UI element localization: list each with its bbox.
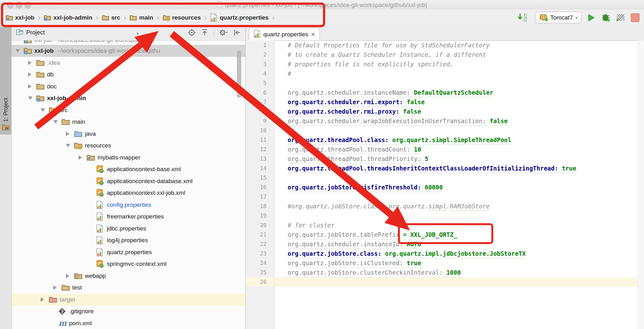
tree-item-target[interactable]: target bbox=[12, 294, 245, 306]
chevron-down-icon[interactable] bbox=[53, 120, 58, 124]
locate-icon[interactable] bbox=[188, 28, 196, 38]
window-close-icon[interactable] bbox=[7, 2, 14, 9]
gutter-line-20[interactable]: 20 bbox=[246, 220, 274, 230]
chevron-down-icon[interactable] bbox=[41, 108, 45, 112]
code-line-5[interactable] bbox=[274, 78, 638, 88]
tree-item-java[interactable]: java bbox=[12, 128, 245, 140]
gutter-line-1[interactable]: 1 bbox=[246, 40, 274, 50]
code-line-22[interactable]: org.quartz.scheduler.instanceId: AUTO bbox=[274, 239, 638, 249]
code-line-12[interactable]: org.quartz.threadPool.threadCount: 10 bbox=[274, 145, 638, 154]
tree-item-pom.xml[interactable]: mpom.xml bbox=[12, 317, 245, 329]
code-line-15[interactable] bbox=[274, 173, 638, 182]
tree-item-db[interactable]: db bbox=[12, 69, 245, 81]
editor-tab-quartz-properties[interactable]: quartz.properties × bbox=[249, 28, 320, 40]
gutter-line-9[interactable]: 9 bbox=[246, 116, 274, 126]
code-line-16[interactable]: org.quartz.jobStore.misfireThreshold: 60… bbox=[274, 182, 638, 192]
run-config-select[interactable]: Tomcat7 ▾ bbox=[535, 12, 582, 24]
editor-scrollbar[interactable] bbox=[638, 40, 644, 329]
close-icon[interactable]: × bbox=[311, 31, 315, 38]
tree-item-.idea[interactable]: .idea bbox=[12, 57, 245, 69]
tree-item-applicationcontext-database.xml[interactable]: <>applicationcontext-database.xml bbox=[12, 175, 245, 187]
chevron-right-icon[interactable] bbox=[28, 61, 32, 65]
code-line-25[interactable]: org.quartz.jobStore.clusterCheckinInterv… bbox=[274, 268, 638, 277]
code-line-26[interactable] bbox=[274, 277, 638, 287]
run-icon[interactable] bbox=[587, 13, 595, 22]
gutter-line-10[interactable]: 10 bbox=[246, 126, 274, 135]
window-zoom-icon[interactable] bbox=[25, 2, 31, 9]
tree-item-mybatis-mapper[interactable]: mybatis-mapper bbox=[12, 152, 245, 164]
code-line-4[interactable]: # bbox=[274, 69, 638, 78]
code-line-24[interactable]: org.quartz.jobStore.isClustered: true bbox=[274, 258, 638, 268]
code-line-11[interactable]: org.quartz.threadPool.class: org.quartz.… bbox=[274, 135, 638, 145]
coverage-icon[interactable] bbox=[616, 13, 625, 22]
window-minimize-icon[interactable] bbox=[16, 2, 22, 9]
debug-icon[interactable] bbox=[601, 13, 611, 22]
tree-item-applicationcontext-xxl-job.xml[interactable]: <>applicationcontext-xxl-job.xml bbox=[12, 187, 245, 199]
gutter-line-19[interactable]: 19 bbox=[246, 211, 274, 220]
code-line-2[interactable]: # to create a Quartz Scheduler Instance,… bbox=[274, 50, 638, 59]
code-line-23[interactable]: org.quartz.jobStore.class: org.quartz.im… bbox=[274, 249, 638, 258]
tree-item-resources[interactable]: resources bbox=[12, 140, 245, 152]
code-line-1[interactable]: # Default Properties file for use by Std… bbox=[274, 40, 638, 50]
gutter-line-17[interactable]: 17 bbox=[246, 192, 274, 201]
code-area[interactable]: 1234567891011121314151617181920212223242… bbox=[246, 40, 644, 329]
gutter-line-24[interactable]: 24 bbox=[246, 258, 274, 268]
chevron-down-icon[interactable] bbox=[15, 49, 20, 53]
gutter-line-16[interactable]: 16 bbox=[246, 182, 274, 192]
gutter-line-25[interactable]: 25 bbox=[246, 268, 274, 277]
tree-item-applicationcontext-base.xml[interactable]: <>applicationcontext-base.xml bbox=[12, 163, 245, 175]
code-line-20[interactable]: # for cluster bbox=[274, 220, 638, 230]
gutter-line-13[interactable]: 13 bbox=[246, 154, 274, 164]
tree-item-springmvc-context.xml[interactable]: <>springmvc-context.xml bbox=[12, 258, 245, 270]
chevron-right-icon[interactable] bbox=[41, 297, 44, 302]
code-line-21[interactable]: org.quartz.jobStore.tablePrefix = XXL_JO… bbox=[274, 230, 638, 239]
code-line-6[interactable]: org.quartz.scheduler.instanceName: Defau… bbox=[274, 88, 638, 97]
code-line-14[interactable]: org.quartz.threadPool.threadsInheritCont… bbox=[274, 164, 638, 173]
tree-item-quartz.properties[interactable]: quartz.properties bbox=[12, 246, 245, 258]
breadcrumb-item-xxl-job[interactable]: xxl-job bbox=[4, 14, 36, 21]
code-line-10[interactable] bbox=[274, 126, 638, 135]
code-line-19[interactable] bbox=[274, 211, 638, 220]
project-scrollbar-thumb[interactable] bbox=[237, 51, 241, 98]
gutter-line-18[interactable]: 18 bbox=[246, 201, 274, 211]
code-line-3[interactable]: # properties file is not explicitly spec… bbox=[274, 59, 638, 69]
tree-item-config.properties[interactable]: config.properties bbox=[12, 199, 245, 211]
breadcrumb-item-resources[interactable]: resources bbox=[161, 14, 202, 21]
code-line-7[interactable]: org.quartz.scheduler.rmi.export: false bbox=[274, 97, 638, 107]
gutter-line-11[interactable]: 11 bbox=[246, 135, 274, 145]
tree-item-xxl-job[interactable]: xxl-job~/workspaces/idea-git-workspace/g… bbox=[12, 45, 245, 57]
gutter-line-15[interactable]: 15 bbox=[246, 173, 274, 182]
chevron-right-icon[interactable] bbox=[79, 155, 82, 160]
vcs-update-icon[interactable]: 01 10 01 bbox=[517, 13, 529, 23]
code-line-9[interactable]: org.quartz.scheduler.wrapJobExecutionInU… bbox=[274, 116, 638, 126]
tree-item-freemarker.properties[interactable]: freemarker.properties bbox=[12, 211, 245, 223]
code-line-8[interactable]: org.quartz.scheduler.rmi.proxy: false bbox=[274, 107, 638, 116]
chevron-right-icon[interactable] bbox=[66, 274, 69, 278]
tree-item-src[interactable]: src bbox=[12, 104, 245, 116]
tree-item-.gitignore[interactable]: .gitignore bbox=[12, 305, 245, 317]
gutter-line-6[interactable]: 6 bbox=[246, 88, 274, 97]
breadcrumb-item-xxl-job-admin[interactable]: xxl-job-admin bbox=[43, 14, 94, 21]
chevron-right-icon[interactable] bbox=[66, 132, 69, 136]
tree-item-test[interactable]: test bbox=[12, 282, 245, 294]
gutter-line-21[interactable]: 21 bbox=[246, 230, 274, 239]
chevron-down-icon[interactable] bbox=[28, 97, 32, 100]
breadcrumb-item-src[interactable]: src bbox=[101, 14, 122, 21]
chevron-right-icon[interactable] bbox=[28, 72, 32, 77]
chevron-right-icon[interactable] bbox=[53, 285, 57, 290]
code-lines[interactable]: # Default Properties file for use by Std… bbox=[274, 40, 638, 329]
gutter-line-23[interactable]: 23 bbox=[246, 249, 274, 258]
gutter-line-2[interactable]: 2 bbox=[246, 50, 274, 59]
project-stripe-tab[interactable]: 1: Project bbox=[0, 27, 11, 135]
stop-icon[interactable] bbox=[631, 13, 640, 22]
gutter-line-4[interactable]: 4 bbox=[246, 69, 274, 78]
gutter-line-5[interactable]: 5 bbox=[246, 78, 274, 88]
collapse-all-icon[interactable] bbox=[201, 28, 208, 38]
tree-item-jdbc.properties[interactable]: jdbc.properties bbox=[12, 223, 245, 235]
gutter-line-8[interactable]: 8 bbox=[246, 107, 274, 116]
chevron-right-icon[interactable] bbox=[28, 84, 32, 89]
gutter-line-14[interactable]: 14 bbox=[246, 164, 274, 173]
tree-item-main[interactable]: main bbox=[12, 116, 245, 128]
hide-panel-icon[interactable] bbox=[233, 28, 241, 38]
tree-item-webapp[interactable]: webapp bbox=[12, 270, 245, 282]
